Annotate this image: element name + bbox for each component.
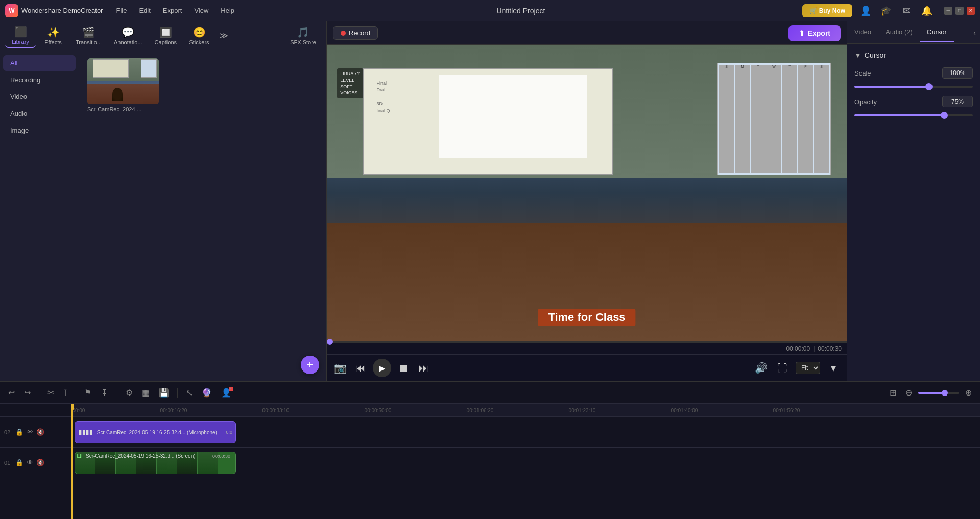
add-media-button[interactable]: + (301, 356, 319, 374)
prev-frame-button[interactable]: ⏮ (352, 362, 369, 374)
toolbar-captions[interactable]: 🔲 Captions (150, 24, 182, 47)
opacity-slider-track[interactable] (854, 114, 973, 116)
scale-slider-thumb[interactable] (925, 83, 933, 90)
zoom-slider-track[interactable] (918, 392, 959, 394)
preview-thumbnail (87, 58, 159, 104)
eye-icon-01[interactable]: 👁 (27, 459, 33, 466)
video-clip[interactable]: 🎞 Scr-CamRec_2024-05-19 16-25-32.d... (S… (75, 452, 236, 474)
redo-button[interactable]: ↪ (21, 386, 34, 400)
video-track-row: 🎞 Scr-CamRec_2024-05-19 16-25-32.d... (S… (71, 448, 980, 478)
record-button[interactable]: Record (333, 26, 378, 40)
toolbar-annotations[interactable]: 💬 Annotatio... (109, 24, 148, 47)
nav-all[interactable]: All (3, 55, 76, 71)
opacity-slider[interactable] (854, 114, 973, 116)
export-button[interactable]: ⬆ Export (788, 25, 841, 41)
tab-audio[interactable]: Audio (2) (878, 23, 920, 42)
opacity-value-input[interactable] (942, 96, 973, 107)
toolbar-transitions[interactable]: 🎬 Transitio... (70, 24, 107, 47)
menu-export[interactable]: Export (158, 5, 187, 16)
preview-area: FinalDraft3Dfinal Q S M T W T F S (327, 45, 847, 341)
zoom-out-button[interactable]: ⊖ (902, 386, 915, 400)
play-button[interactable]: ▶ (373, 359, 391, 377)
library-sign-text-4: VOICES (340, 90, 357, 95)
toolbar-sfx[interactable]: 🎵 SFX Store (285, 24, 321, 47)
cursor-tool-button[interactable]: ↖ (183, 386, 196, 400)
opacity-slider-fill (854, 114, 943, 116)
mail-icon[interactable]: ✉ (899, 5, 914, 16)
audio-clip-name: Scr-CamRec_2024-05-19 16-25-32.d... (Mic… (97, 430, 217, 435)
close-button[interactable]: ✕ (967, 7, 975, 15)
opacity-slider-thumb[interactable] (941, 112, 948, 119)
screenshot-button[interactable]: 📷 (332, 362, 348, 374)
classroom-scene: FinalDraft3Dfinal Q S M T W T F S (327, 45, 847, 341)
lock-icon-02[interactable]: 🔒 (15, 428, 23, 436)
opacity-label: Opacity (854, 98, 877, 106)
timeline-ruler: 00:00:00:00 00:00:16:20 00:00:33:10 00:0… (71, 404, 980, 417)
toolbar-stickers[interactable]: 😊 Stickers (184, 24, 214, 47)
menu-help[interactable]: Help (216, 5, 240, 16)
lock-icon-01[interactable]: 🔒 (15, 459, 23, 466)
histogram-button[interactable]: ▦ (139, 386, 153, 400)
stop-button[interactable]: ⏹ (395, 362, 412, 374)
graduation-icon[interactable]: 🎓 (879, 5, 893, 16)
right-panel-more[interactable]: ‹ (969, 24, 980, 41)
zoom-slider-fill (918, 392, 943, 394)
preview-progress[interactable] (327, 341, 847, 343)
menu-bar: W Wondershare DemoCreator File Edit Expo… (0, 0, 980, 21)
fullscreen-button[interactable]: ⛶ (774, 362, 791, 374)
eye-icon-02[interactable]: 👁 (27, 428, 33, 436)
tab-video[interactable]: Video (847, 23, 878, 42)
bell-icon[interactable]: 🔔 (920, 5, 934, 16)
scale-slider[interactable] (854, 86, 973, 88)
next-frame-button[interactable]: ⏭ (416, 362, 432, 374)
playhead[interactable] (71, 404, 73, 519)
project-title: Untitled Project (240, 7, 802, 15)
audio-clip[interactable]: ▋▋▋▋ Scr-CamRec_2024-05-19 16-25-32.d...… (75, 421, 236, 443)
time-separator: | (813, 345, 815, 352)
tab-cursor[interactable]: Cursor (920, 23, 954, 42)
scale-slider-track[interactable] (854, 86, 973, 88)
person-tool-button[interactable]: 👤● (218, 386, 234, 400)
toolbar-library[interactable]: ⬛ Library (5, 23, 36, 48)
settings-button[interactable]: ⚙ (123, 386, 136, 400)
library-sign-text-2: LEVEL (340, 78, 354, 83)
nav-image[interactable]: Image (3, 122, 76, 138)
ruler-mark-6: 00:01:40:00 (671, 408, 698, 413)
nav-recording[interactable]: Recording (3, 72, 76, 88)
audio-record-button[interactable]: 🎙 (98, 386, 112, 400)
user-icon[interactable]: 👤 (858, 5, 873, 16)
progress-thumb[interactable] (327, 339, 333, 345)
minimize-button[interactable]: ─ (944, 7, 952, 15)
more-tools-button[interactable]: ≫ (217, 29, 231, 42)
menu-file[interactable]: File (111, 5, 132, 16)
collapse-arrow-icon[interactable]: ▼ (854, 51, 862, 59)
menu-view[interactable]: View (189, 5, 213, 16)
toolbar-effects[interactable]: ✨ Effects (38, 24, 68, 47)
effects-tool-button[interactable]: 🔮 (199, 386, 215, 400)
timeline-tracks[interactable]: 00:00:00:00 00:00:16:20 00:00:33:10 00:0… (71, 404, 980, 519)
app-name: Wondershare DemoCreator (21, 7, 103, 14)
save-button[interactable]: 💾 (156, 386, 172, 400)
mute-icon-02[interactable]: 🔇 (36, 428, 44, 436)
chevron-down-icon[interactable]: ▾ (825, 362, 842, 374)
media-item[interactable]: Scr-CamRec_2024-... (87, 58, 159, 112)
track-number-02: 02 (4, 429, 12, 435)
scale-value-input[interactable] (942, 67, 973, 79)
volume-button[interactable]: 🔊 (753, 362, 769, 374)
split-button[interactable]: ⊺ (60, 386, 70, 400)
undo-button[interactable]: ↩ (5, 386, 18, 400)
add-track-button[interactable]: ⊞ (887, 386, 899, 400)
menu-edit[interactable]: Edit (134, 5, 155, 16)
video-clip-label: Scr-CamRec_2024-05-19 16-25-32.d... (Scr… (82, 453, 212, 459)
mute-icon-01[interactable]: 🔇 (36, 459, 44, 466)
zoom-slider-thumb[interactable] (942, 390, 948, 396)
menu-items: File Edit Export View Help (111, 5, 240, 16)
trim-button[interactable]: ✂ (44, 386, 57, 400)
fit-select[interactable]: Fit (796, 362, 820, 374)
nav-video[interactable]: Video (3, 89, 76, 105)
zoom-in-button[interactable]: ⊕ (962, 386, 975, 400)
buy-now-button[interactable]: 🛒 Buy Now (802, 4, 852, 17)
nav-audio[interactable]: Audio (3, 106, 76, 121)
marker-button[interactable]: ⚑ (81, 386, 94, 400)
maximize-button[interactable]: □ (955, 7, 964, 15)
